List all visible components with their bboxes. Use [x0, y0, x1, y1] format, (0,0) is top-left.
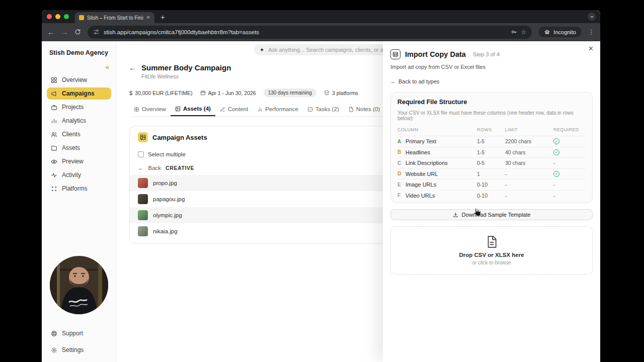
back-arrow-icon[interactable]: ←: [138, 165, 144, 171]
gear-icon: [51, 347, 57, 353]
site-settings-icon[interactable]: [93, 29, 100, 35]
square-icon: [134, 107, 139, 112]
tab-label: Tasks (2): [315, 106, 339, 112]
megaphone-icon: [51, 90, 57, 97]
sidebar-item-analytics[interactable]: Analytics: [47, 115, 111, 127]
file-name: propo.jpg: [153, 180, 177, 186]
file-name: nikaia.jpg: [153, 228, 178, 234]
browser-forward-button[interactable]: →: [61, 29, 68, 36]
column-header: COLUMN: [397, 127, 477, 132]
new-tab-button[interactable]: +: [160, 13, 165, 21]
calendar-icon: [200, 90, 206, 96]
back-to-ad-types-link[interactable]: ← Back to ad types: [390, 78, 439, 84]
rows-value: 1-5: [477, 138, 505, 144]
tab-label: Overview: [142, 106, 166, 112]
tab-label: Content: [228, 106, 248, 112]
campaign-header: ← Summer Body Campaign FitLife Wellness: [129, 63, 231, 79]
sidebar-item-support[interactable]: Support: [47, 327, 111, 339]
sidebar-item-assets[interactable]: Assets: [47, 142, 111, 154]
sidebar-item-label: Projects: [62, 104, 84, 111]
sidebar-item-activity[interactable]: Activity: [47, 169, 111, 181]
site-favicon: [79, 15, 84, 20]
tab-content[interactable]: Content: [215, 102, 253, 116]
table-row: BHeadlines 1-5 40 chars ✓: [397, 147, 586, 158]
column-letter: F: [397, 193, 403, 198]
users-icon: [51, 131, 57, 138]
pencil-icon: [220, 107, 225, 112]
minimize-window-button[interactable]: [55, 14, 60, 19]
column-letter: E: [397, 182, 403, 188]
tab-assets[interactable]: Assets (4): [171, 102, 215, 116]
column-letter: C: [397, 160, 403, 166]
back-link-label: Back to ad types: [398, 78, 439, 84]
sidebar-item-label: Platforms: [62, 185, 88, 192]
folder-icon: [51, 145, 57, 151]
sidebar-footer: Support Settings: [47, 327, 111, 356]
sidebar-item-overview[interactable]: Overview: [47, 74, 111, 86]
tab-tasks[interactable]: Tasks (2): [303, 102, 344, 116]
lifebuoy-icon: [51, 330, 57, 337]
campaign-client: FitLife Wellness: [141, 73, 231, 79]
select-multiple-checkbox[interactable]: [138, 151, 144, 157]
bookmark-star-icon[interactable]: ☆: [521, 29, 527, 36]
back-arrow-icon[interactable]: ←: [129, 64, 136, 72]
tab-label: Performance: [265, 106, 298, 112]
maximize-window-button[interactable]: [64, 14, 69, 19]
rows-header: ROWS: [477, 127, 505, 132]
sidebar-item-label: Settings: [62, 346, 84, 353]
column-name: Headlines: [406, 149, 430, 155]
file-structure-description: Your CSV or XLSX file must have these co…: [397, 110, 586, 121]
column-letter: A: [397, 139, 403, 144]
chevron-down-icon: [590, 15, 594, 19]
table-row: APrimary Text 1-5 2200 chars ✓: [397, 136, 586, 147]
table-row: EImage URLs 0-10 - -: [397, 179, 586, 190]
password-key-icon[interactable]: [511, 29, 517, 35]
select-multiple-label: Select multiple: [148, 151, 186, 157]
tab-close-icon[interactable]: ✕: [146, 15, 150, 20]
document-icon: [348, 107, 354, 112]
tab-performance[interactable]: Performance: [253, 102, 303, 116]
sidebar-item-clients[interactable]: Clients: [47, 128, 111, 140]
sidebar-item-settings[interactable]: Settings: [47, 344, 111, 356]
close-window-button[interactable]: [47, 14, 52, 19]
campaign-meta: $ 30,000 EUR (LIFETIME) Apr 1 - Jun 30, …: [129, 88, 358, 97]
sidebar-item-preview[interactable]: Preview: [47, 155, 111, 167]
file-dropzone[interactable]: Drop CSV or XLSX here or click to browse: [390, 226, 593, 275]
browser-menu-button[interactable]: ⋮: [588, 28, 595, 36]
file-thumbnail: [138, 178, 148, 188]
rows-value: 0-10: [477, 193, 505, 199]
chart-icon: [257, 107, 263, 112]
sidebar-item-platforms[interactable]: Platforms: [47, 183, 111, 195]
column-name: Link Descriptions: [406, 160, 448, 166]
csv-file-icon: [485, 235, 498, 248]
panel-title: Import Copy Data: [405, 50, 466, 58]
column-letter: B: [397, 149, 403, 155]
tab-overview[interactable]: Overview: [129, 102, 171, 116]
close-icon[interactable]: ✕: [588, 45, 594, 52]
not-required-dash: -: [553, 160, 586, 166]
browser-back-button[interactable]: ←: [47, 29, 54, 36]
browser-tab[interactable]: Stish – From Start to Finish | ✕: [75, 12, 154, 23]
dropzone-sub-text: or click to browse: [472, 260, 511, 265]
tab-notes[interactable]: Notes (0): [344, 102, 384, 116]
sparkle-icon: ✦: [260, 47, 264, 53]
tab-search-button[interactable]: [588, 13, 596, 21]
browser-window: Stish – From Start to Finish | ✕ + ← → s…: [42, 10, 600, 362]
spreadsheet-icon: [390, 49, 400, 59]
back-label[interactable]: Back: [148, 165, 162, 171]
column-letter: D: [397, 171, 403, 176]
download-sample-template-button[interactable]: Download Sample Template: [390, 209, 593, 220]
url-bar[interactable]: stish.app/campaigns/cmltca7fj000dtybaehb…: [88, 26, 532, 39]
sidebar-item-label: Overview: [62, 76, 87, 83]
not-required-dash: -: [553, 193, 586, 199]
sidebar-item-label: Analytics: [62, 117, 86, 124]
sidebar-item-projects[interactable]: Projects: [47, 101, 111, 113]
tab-title: Stish – From Start to Finish |: [87, 15, 143, 21]
dates-meta: Apr 1 - Jun 30, 2026: [200, 90, 256, 96]
reload-button[interactable]: [74, 29, 81, 35]
sidebar-collapse-button[interactable]: «: [106, 64, 109, 70]
column-name: Video URLs: [406, 193, 435, 199]
sidebar-item-campaigns[interactable]: Campaigns: [47, 87, 111, 100]
file-thumbnail: [138, 210, 148, 220]
assets-image-icon: [138, 132, 148, 142]
